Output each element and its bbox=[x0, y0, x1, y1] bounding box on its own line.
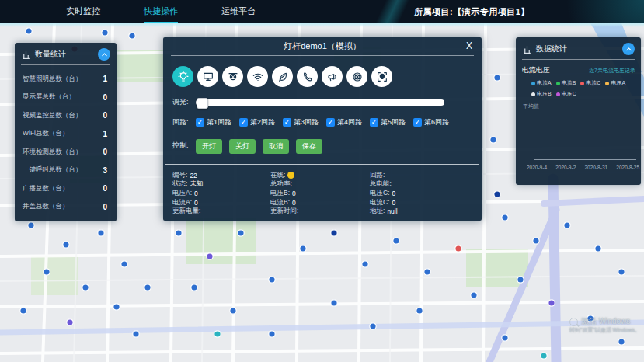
panel-title: 数量统计 bbox=[35, 49, 98, 60]
separator bbox=[165, 164, 479, 165]
stat-label: WiFi总数（台） bbox=[23, 129, 69, 138]
stat-label: 广播总数（台） bbox=[23, 184, 69, 193]
close-icon[interactable]: X bbox=[466, 40, 472, 53]
leaf-icon[interactable] bbox=[272, 66, 293, 87]
loops-row: 回路: ✓第1回路✓第2回路✓第3回路✓第4回路✓第5回路✓第6回路 bbox=[163, 117, 482, 127]
legend-dot bbox=[531, 92, 535, 96]
legend-item[interactable]: 电压C bbox=[556, 90, 576, 98]
info-label: 更新电量: bbox=[172, 207, 200, 216]
nav-tab-3[interactable]: 运维平台 bbox=[221, 0, 256, 23]
collapse-button[interactable] bbox=[622, 43, 635, 55]
stat-value: 1 bbox=[103, 130, 107, 138]
stat-row: 显示屏总数（台）0 bbox=[15, 89, 117, 107]
legend-label: 电压C bbox=[562, 90, 576, 98]
info-label: 地址: bbox=[370, 207, 385, 216]
stat-label: 智慧照明总数（台） bbox=[23, 75, 82, 84]
info-value: 0 bbox=[392, 199, 396, 207]
loop-checkbox-1[interactable]: ✓第1回路 bbox=[196, 117, 231, 127]
checkbox-checked-icon: ✓ bbox=[370, 118, 378, 127]
info-field: 状态:未知 bbox=[172, 180, 203, 190]
legend-item[interactable]: 电流C bbox=[580, 79, 600, 87]
loop-label: 第2回路 bbox=[250, 117, 275, 127]
slider-thumb[interactable] bbox=[197, 98, 208, 109]
stat-label: 一键呼叫总数（台） bbox=[23, 165, 82, 175]
data-stats-panel: 数据统计 电流电压 近7天电流电压记录 电流A电流B电流C电压A电压B电压C 平… bbox=[516, 37, 641, 185]
nav-tab-2[interactable]: 快捷操作 bbox=[144, 0, 178, 23]
wifi-icon[interactable] bbox=[247, 66, 268, 87]
control-row: 控制: 开灯关灯取消保存 bbox=[163, 137, 482, 154]
x-axis-ticks: 2020-9-42020-9-22020-8-312020-8-25 bbox=[527, 165, 639, 170]
info-column: 回路:总电能:电压C:0电流C:0地址:null bbox=[370, 171, 398, 216]
panel-header: 数量统计 bbox=[15, 43, 117, 64]
windows-watermark: 激活 Windows 转到“设置”以激活 Windows。 bbox=[569, 317, 640, 333]
legend-item[interactable]: 电流B bbox=[556, 79, 576, 87]
control-button-group: 开灯关灯取消保存 bbox=[196, 137, 329, 154]
info-value: 0 bbox=[292, 190, 296, 197]
stat-row: 一键呼叫总数（台）3 bbox=[15, 162, 117, 180]
info-value: 0 bbox=[194, 199, 198, 207]
dimming-slider[interactable] bbox=[196, 99, 444, 106]
legend-item[interactable]: 电压A bbox=[605, 79, 625, 87]
info-value: 0 bbox=[392, 190, 396, 197]
nav-tab-1[interactable]: 实时监控 bbox=[66, 0, 100, 23]
stat-label: 井盖总数（台） bbox=[23, 202, 69, 211]
stat-row: 视频监控总数（台）0 bbox=[15, 106, 117, 125]
manhole-icon[interactable] bbox=[346, 66, 367, 87]
loop-label: 第1回路 bbox=[207, 117, 231, 127]
legend-item[interactable]: 电压B bbox=[531, 90, 552, 98]
display-icon[interactable] bbox=[197, 66, 218, 87]
loop-checkbox-4[interactable]: ✓第4回路 bbox=[326, 117, 362, 127]
info-label: 电流B: bbox=[270, 198, 290, 207]
stat-row: 环境检测总数（台）0 bbox=[15, 143, 117, 162]
megaphone-icon[interactable] bbox=[322, 66, 343, 87]
info-value: 0 bbox=[194, 190, 198, 197]
info-field: 总功率: bbox=[270, 180, 301, 190]
stat-label: 显示屏总数（台） bbox=[23, 92, 75, 102]
legend-item[interactable]: 电流A bbox=[531, 79, 552, 87]
save-button[interactable]: 保存 bbox=[296, 139, 322, 154]
info-label: 在线: bbox=[270, 171, 285, 180]
stat-value: 3 bbox=[103, 166, 107, 175]
dimming-label: 调光: bbox=[172, 97, 196, 107]
chart-legend: 电流A电流B电流C电压A电压B电压C bbox=[516, 75, 641, 98]
info-value: null bbox=[387, 207, 397, 215]
stats-list: 智慧照明总数（台）1显示屏总数（台）0视频监控总数（台）0WiFi总数（台）1环… bbox=[15, 65, 117, 216]
loop-label: 第4回路 bbox=[337, 117, 362, 127]
top-nav-bar: 实时监控快捷操作运维平台 所属项目:【演示专用项目1】 bbox=[0, 0, 644, 23]
info-label: 状态: bbox=[172, 179, 187, 189]
nav-tabs: 实时监控快捷操作运维平台 bbox=[66, 0, 644, 23]
collapse-button[interactable] bbox=[98, 48, 110, 61]
info-field: 电流A:0 bbox=[172, 198, 203, 207]
stat-value: 0 bbox=[103, 184, 107, 193]
info-field: 电压B:0 bbox=[270, 189, 301, 198]
loop-checkbox-2[interactable]: ✓第2回路 bbox=[239, 117, 275, 127]
loop-checkbox-group: ✓第1回路✓第2回路✓第3回路✓第4回路✓第5回路✓第6回路 bbox=[196, 117, 449, 127]
info-field: 电流C:0 bbox=[370, 198, 398, 207]
light-on-button[interactable]: 开灯 bbox=[196, 139, 222, 154]
line-chart: 平均值 2020-9-42020-9-22020-8-312020-8-25 bbox=[519, 99, 638, 177]
loop-checkbox-3[interactable]: ✓第3回路 bbox=[283, 117, 319, 127]
phone-icon[interactable] bbox=[297, 66, 318, 87]
bulb-icon[interactable] bbox=[172, 66, 193, 87]
y-axis bbox=[534, 110, 534, 160]
info-field: 总电能: bbox=[370, 180, 398, 190]
stat-value: 0 bbox=[103, 148, 107, 156]
cancel-button[interactable]: 取消 bbox=[263, 139, 289, 154]
stat-label: 视频监控总数（台） bbox=[23, 111, 82, 120]
loop-checkbox-5[interactable]: ✓第5回路 bbox=[370, 117, 406, 127]
capture-icon[interactable] bbox=[371, 66, 392, 87]
info-field: 电压A:0 bbox=[172, 189, 203, 198]
legend-dot bbox=[556, 92, 560, 96]
light-off-button[interactable]: 关灯 bbox=[229, 139, 256, 154]
quantity-stats-panel: 数量统计 智慧照明总数（台）1显示屏总数（台）0视频监控总数（台）0WiFi总数… bbox=[15, 43, 117, 221]
stat-row: 智慧照明总数（台）1 bbox=[15, 70, 117, 89]
loop-label: 第5回路 bbox=[381, 117, 406, 127]
camera-icon[interactable] bbox=[222, 66, 243, 87]
info-label: 回路: bbox=[370, 171, 385, 180]
modal-header: 灯杆demo1（模拟） X bbox=[163, 37, 482, 55]
info-label: 电流A: bbox=[172, 198, 192, 207]
stat-value: 0 bbox=[103, 93, 107, 102]
legend-label: 电流A bbox=[537, 79, 552, 87]
device-icon-row bbox=[163, 56, 482, 87]
loop-checkbox-6[interactable]: ✓第6回路 bbox=[413, 117, 449, 127]
